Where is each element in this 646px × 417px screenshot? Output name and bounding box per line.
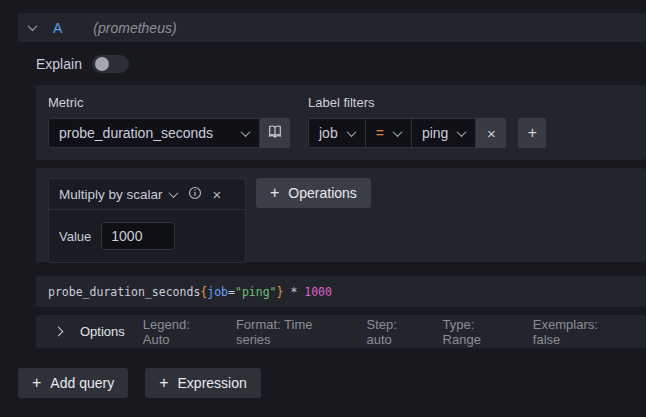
- operation-card-body: Value: [49, 210, 245, 262]
- add-operation-label: Operations: [288, 185, 356, 201]
- filter-name-value: job: [319, 125, 338, 141]
- label-filters-section: Label filters job = ping × +: [308, 95, 546, 148]
- preview-token-operator: *: [283, 285, 304, 299]
- query-row-header[interactable]: A (prometheus): [18, 13, 646, 42]
- options-stat-step: Step: auto: [366, 317, 424, 347]
- options-title[interactable]: Options: [80, 324, 125, 339]
- options-stat-format: Format: Time series: [236, 317, 349, 347]
- explain-row: Explain: [36, 55, 646, 73]
- plus-icon: +: [32, 375, 41, 391]
- chevron-down-icon: [346, 127, 356, 137]
- options-panel[interactable]: Options Legend: Auto Format: Time series…: [36, 315, 646, 348]
- plus-icon: +: [528, 124, 537, 142]
- add-query-label: Add query: [50, 375, 114, 391]
- query-preview-panel: probe_duration_seconds{job="ping"} * 100…: [36, 276, 646, 307]
- chevron-down-icon: [241, 127, 251, 137]
- explain-toggle[interactable]: [92, 55, 129, 73]
- preview-token-label: job: [207, 285, 228, 299]
- options-stat-exemplars: Exemplars: false: [533, 317, 627, 347]
- datasource-name: (prometheus): [93, 20, 176, 36]
- close-icon: ×: [213, 187, 222, 202]
- metrics-explorer-button[interactable]: [260, 118, 290, 148]
- param-label: Value: [59, 229, 91, 244]
- add-filter-button[interactable]: +: [518, 118, 546, 148]
- plus-icon: +: [270, 185, 279, 201]
- preview-token-string: "ping": [235, 285, 277, 299]
- label-filters-label: Label filters: [308, 95, 546, 110]
- chevron-right-icon[interactable]: [54, 327, 64, 337]
- operation-card-header: Multiply by scalar ×: [49, 179, 245, 210]
- remove-filter-button[interactable]: ×: [476, 118, 506, 148]
- options-stat-type: Type: Range: [443, 317, 515, 347]
- info-circle-icon: [188, 186, 202, 203]
- metric-select-value: probe_duration_seconds: [59, 125, 213, 141]
- operation-title[interactable]: Multiply by scalar: [59, 187, 163, 202]
- preview-token-brace: }: [277, 285, 284, 299]
- label-filter-row: job = ping ×: [308, 118, 506, 148]
- operation-info-button[interactable]: [188, 186, 202, 203]
- preview-token-brace: {: [200, 285, 207, 299]
- metric-select[interactable]: probe_duration_seconds: [48, 118, 260, 148]
- filter-operator-value: =: [376, 125, 384, 141]
- chevron-down-icon[interactable]: [28, 21, 38, 31]
- add-expression-button[interactable]: + Expression: [145, 368, 261, 398]
- add-expression-label: Expression: [178, 375, 247, 391]
- filter-operator-select[interactable]: =: [365, 118, 412, 148]
- filter-name-select[interactable]: job: [308, 118, 366, 148]
- filter-value-select[interactable]: ping: [411, 118, 476, 148]
- chevron-down-icon: [392, 127, 402, 137]
- metric-label: Metric: [48, 95, 290, 110]
- filter-value-text: ping: [422, 125, 448, 141]
- explain-label: Explain: [36, 56, 82, 72]
- chevron-down-icon[interactable]: [168, 188, 178, 198]
- metric-labels-panel: Metric probe_duration_seconds Label filt…: [36, 85, 646, 160]
- chevron-down-icon: [457, 127, 467, 137]
- remove-operation-button[interactable]: ×: [213, 187, 222, 202]
- plus-icon: +: [159, 375, 168, 391]
- query-ref-id[interactable]: A: [53, 20, 62, 36]
- preview-token-operator: =: [228, 285, 235, 299]
- footer-actions: + Add query + Expression: [18, 368, 646, 398]
- operation-card: Multiply by scalar × Value: [48, 178, 246, 263]
- toggle-knob: [95, 57, 109, 71]
- preview-token-number: 1000: [304, 285, 332, 299]
- operations-panel: Multiply by scalar × Value + Operations: [36, 168, 646, 262]
- preview-token-metric: probe_duration_seconds: [48, 285, 200, 299]
- metric-section: Metric probe_duration_seconds: [48, 95, 290, 148]
- add-query-button[interactable]: + Add query: [18, 368, 128, 398]
- add-operation-button[interactable]: + Operations: [256, 178, 371, 208]
- options-stat-legend: Legend: Auto: [143, 317, 218, 347]
- close-icon: ×: [487, 126, 496, 141]
- book-open-icon: [267, 124, 283, 142]
- param-value-input[interactable]: [101, 222, 175, 250]
